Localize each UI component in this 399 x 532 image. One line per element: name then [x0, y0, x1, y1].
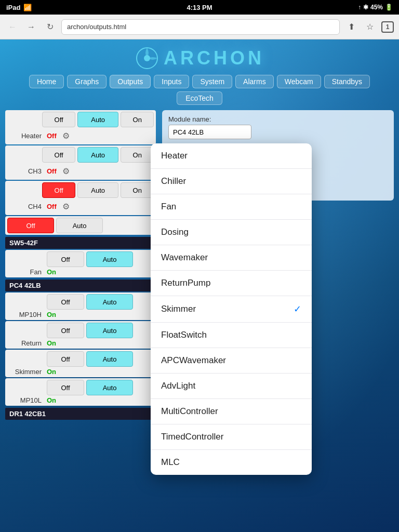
dropdown-item-apcwavemaker-label: APCWavemaker — [161, 355, 226, 366]
nav-system[interactable]: System — [192, 75, 232, 88]
nav-home[interactable]: Home — [29, 75, 64, 88]
carrier-label: iPad — [6, 4, 20, 11]
ch4-on-btn[interactable]: On — [121, 182, 154, 198]
ch4-auto2-btn[interactable]: Auto — [56, 218, 103, 233]
fan-auto-btn[interactable]: Auto — [86, 251, 133, 267]
nav-outputs[interactable]: Outputs — [110, 75, 151, 88]
ch3-gear-btn[interactable]: ⚙ — [59, 164, 73, 178]
ch3-off-btn[interactable]: Off — [42, 147, 75, 163]
ch3-top-row: Off Auto On — [7, 147, 154, 163]
fan-top-row: Off Auto — [7, 251, 154, 267]
return-label: Return — [7, 339, 45, 347]
ch4-top-row: Off Auto On — [7, 182, 154, 198]
dropdown-item-timedcontroller[interactable]: TimedController — [151, 424, 312, 450]
mp10h-label-row: MP10H On — [7, 311, 154, 318]
battery-label: 45% — [370, 4, 383, 11]
ch3-auto-btn[interactable]: Auto — [77, 147, 118, 163]
browser-chrome: ← → ↻ archon/outputs.html ⬆ ☆ 1 — [0, 15, 399, 39]
module-name-label: Module name: — [168, 115, 388, 123]
ch4-status: Off — [47, 203, 57, 210]
nav-standbys[interactable]: Standbys — [324, 75, 370, 88]
tab-count[interactable]: 1 — [381, 21, 394, 33]
module-name-input[interactable] — [168, 125, 251, 139]
dr142cb1-section-header: DR1 42CB1 — [5, 408, 156, 420]
dropdown-item-multicontroller-label: MultiController — [161, 406, 218, 417]
mp10h-control-row: Off Auto MP10H On — [5, 292, 156, 320]
logo-area: ARCHON — [135, 46, 264, 71]
forward-button[interactable]: → — [24, 20, 38, 34]
dropdown-item-apcwavemaker[interactable]: APCWavemaker — [151, 348, 312, 374]
ch4-off2-btn[interactable]: Off — [7, 218, 54, 233]
dropdown-item-mlc[interactable]: MLC — [151, 450, 312, 475]
battery-icon: 🔋 — [385, 4, 393, 11]
return-top-row: Off Auto — [7, 323, 154, 338]
heater-auto-btn[interactable]: Auto — [77, 112, 118, 127]
nav-inputs[interactable]: Inputs — [154, 75, 189, 88]
mp10l-auto-btn[interactable]: Auto — [86, 380, 133, 395]
dropdown-item-skimmer-label: Skimmer — [161, 304, 196, 314]
nav-graphs[interactable]: Graphs — [67, 75, 107, 88]
mp10h-off-btn[interactable]: Off — [47, 294, 84, 310]
logo-icon — [135, 46, 159, 71]
mp10h-status: On — [47, 311, 56, 318]
fan-off-btn[interactable]: Off — [47, 251, 84, 267]
heater-on-btn[interactable]: On — [121, 112, 154, 127]
skimmer-auto-btn[interactable]: Auto — [86, 351, 133, 367]
ch4-gear-btn[interactable]: ⚙ — [59, 199, 73, 214]
heater-off-btn[interactable]: Off — [42, 112, 75, 127]
function-dropdown: Heater Chiller Fan Dosing Wavemaker Retu… — [151, 143, 312, 475]
ch4-auto-btn[interactable]: Auto — [77, 182, 118, 198]
mp10h-auto-btn[interactable]: Auto — [86, 294, 133, 310]
wifi-icon: 📶 — [23, 4, 32, 11]
ch3-label: CH3 — [7, 167, 45, 175]
bookmark-button[interactable]: ☆ — [363, 20, 377, 34]
dropdown-item-chiller[interactable]: Chiller — [151, 169, 312, 194]
nav-ecotech[interactable]: EcoTech — [177, 91, 222, 105]
skimmer-off-btn[interactable]: Off — [47, 351, 84, 367]
ch4-label: CH4 — [7, 203, 45, 210]
dropdown-item-wavemaker[interactable]: Wavemaker — [151, 245, 312, 271]
skimmer-top-row: Off Auto — [7, 351, 154, 367]
page-header: ARCHON Home Graphs Outputs Inputs System… — [0, 39, 399, 110]
ch4-off-red-btn[interactable]: Off — [42, 182, 75, 198]
status-time: 4:13 PM — [187, 4, 212, 11]
heater-top-row: Off Auto On — [7, 112, 154, 127]
dropdown-item-returnpump-label: ReturnPump — [161, 278, 210, 288]
heater-gear-btn[interactable]: ⚙ — [59, 128, 73, 143]
fan-control-row: Off Auto Fan On — [5, 250, 156, 277]
ch3-on-btn[interactable]: On — [121, 147, 154, 163]
nav-webcam[interactable]: Webcam — [277, 75, 321, 88]
url-bar[interactable]: archon/outputs.html — [61, 19, 340, 35]
dropdown-item-floatswitch[interactable]: FloatSwitch — [151, 323, 312, 348]
refresh-button[interactable]: ↻ — [43, 20, 57, 34]
dropdown-item-dosing[interactable]: Dosing — [151, 220, 312, 245]
dropdown-item-skimmer[interactable]: Skimmer ✓ — [151, 296, 312, 323]
dropdown-item-timedcontroller-label: TimedController — [161, 432, 223, 442]
mp10l-label: MP10L — [7, 396, 45, 404]
bluetooth-icon: ✱ — [363, 4, 368, 11]
ch4-second-btns: Off Auto — [7, 218, 154, 233]
dropdown-item-advlight[interactable]: AdvLight — [151, 374, 312, 399]
mp10l-top-row: Off Auto — [7, 380, 154, 395]
share-button[interactable]: ⬆ — [344, 20, 358, 34]
ch4-label-row: CH4 Off ⚙ — [7, 199, 154, 214]
dropdown-item-floatswitch-label: FloatSwitch — [161, 330, 207, 340]
skimmer-label-row: Skimmer On — [7, 368, 154, 376]
mp10l-off-btn[interactable]: Off — [47, 380, 84, 395]
dropdown-item-multicontroller[interactable]: MultiController — [151, 399, 312, 424]
mp10l-label-row: MP10L On — [7, 396, 154, 404]
nav-alarms[interactable]: Alarms — [235, 75, 274, 88]
ch3-status: Off — [47, 167, 57, 175]
ch3-control-row: Off Auto On CH3 Off ⚙ — [5, 145, 156, 180]
status-right: ↑ ✱ 45% 🔋 — [358, 4, 393, 11]
fan-label-row: Fan On — [7, 268, 154, 276]
dropdown-item-fan[interactable]: Fan — [151, 194, 312, 220]
return-off-btn[interactable]: Off — [47, 323, 84, 338]
dropdown-item-heater[interactable]: Heater — [151, 143, 312, 169]
return-auto-btn[interactable]: Auto — [86, 323, 133, 338]
location-icon: ↑ — [358, 4, 361, 11]
skimmer-label: Skimmer — [7, 368, 45, 376]
dropdown-item-returnpump[interactable]: ReturnPump — [151, 271, 312, 296]
heater-status: Off — [47, 132, 57, 140]
back-button[interactable]: ← — [5, 20, 20, 34]
